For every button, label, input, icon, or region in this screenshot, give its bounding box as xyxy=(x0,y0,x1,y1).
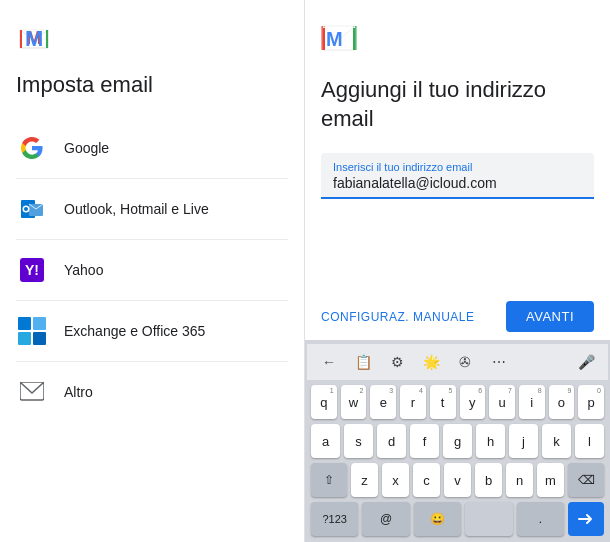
key-v[interactable]: v xyxy=(444,463,471,497)
altro-option[interactable]: Altro xyxy=(16,362,288,422)
altro-label: Altro xyxy=(64,384,93,400)
key-d[interactable]: d xyxy=(377,424,406,458)
kb-row-4: ?123 @ 😀 . xyxy=(311,502,604,536)
kb-row-1: q1 w2 e3 r4 t5 y6 u7 i8 o9 p0 xyxy=(311,385,604,419)
left-title: Imposta email xyxy=(16,72,288,98)
gmail-logo-left: M M xyxy=(16,20,52,56)
key-e[interactable]: e3 xyxy=(370,385,396,419)
key-u[interactable]: u7 xyxy=(489,385,515,419)
key-y[interactable]: y6 xyxy=(460,385,486,419)
mail-icon xyxy=(16,376,48,408)
key-k[interactable]: k xyxy=(542,424,571,458)
svg-text:M: M xyxy=(25,26,43,51)
back-key[interactable]: ← xyxy=(313,348,345,376)
manual-config-button[interactable]: CONFIGURAZ. MANUALE xyxy=(321,310,475,324)
right-title: Aggiungi il tuo indirizzo email xyxy=(321,76,594,133)
svg-marker-22 xyxy=(323,28,325,50)
spacebar[interactable] xyxy=(465,502,512,536)
key-q[interactable]: q1 xyxy=(311,385,337,419)
key-m[interactable]: m xyxy=(537,463,564,497)
svg-rect-15 xyxy=(33,332,46,345)
svg-marker-23 xyxy=(353,28,355,50)
keyboard-toolbar: ← 📋 ⚙ 🌟 ✇ ⋯ 🎤 xyxy=(307,344,608,380)
key-period[interactable]: . xyxy=(517,502,564,536)
key-b[interactable]: b xyxy=(475,463,502,497)
settings-key[interactable]: ⚙ xyxy=(381,348,413,376)
mic-key[interactable]: 🎤 xyxy=(570,348,602,376)
key-a[interactable]: a xyxy=(311,424,340,458)
email-input-value: fabianalatella@icloud.com xyxy=(333,175,582,191)
yahoo-option[interactable]: Y! Yahoo xyxy=(16,240,288,301)
kb-row-2: a s d f g h j k l xyxy=(311,424,604,458)
yahoo-label: Yahoo xyxy=(64,262,103,278)
google-option[interactable]: Google xyxy=(16,118,288,179)
avanti-button[interactable]: AVANTI xyxy=(506,301,594,332)
clipboard-key[interactable]: 📋 xyxy=(347,348,379,376)
exchange-option[interactable]: Exchange e Office 365 xyxy=(16,301,288,362)
key-n[interactable]: n xyxy=(506,463,533,497)
key-f[interactable]: f xyxy=(410,424,439,458)
key-l[interactable]: l xyxy=(575,424,604,458)
svg-text:Y!: Y! xyxy=(25,262,39,278)
key-p[interactable]: p0 xyxy=(578,385,604,419)
bottom-buttons: CONFIGURAZ. MANUALE AVANTI xyxy=(305,293,610,340)
key-h[interactable]: h xyxy=(476,424,505,458)
outlook-option[interactable]: Outlook, Hotmail e Live xyxy=(16,179,288,240)
yahoo-icon: Y! xyxy=(16,254,48,286)
google-label: Google xyxy=(64,140,109,156)
key-g[interactable]: g xyxy=(443,424,472,458)
key-i[interactable]: i8 xyxy=(519,385,545,419)
key-numbers[interactable]: ?123 xyxy=(311,502,358,536)
key-emoji[interactable]: 😀 xyxy=(414,502,461,536)
svg-rect-13 xyxy=(33,317,46,330)
outlook-label: Outlook, Hotmail e Live xyxy=(64,201,209,217)
key-c[interactable]: c xyxy=(413,463,440,497)
kb-row-3: ⇧ z x c v b n m ⌫ xyxy=(311,463,604,497)
left-panel: M M Imposta email Google xyxy=(0,0,305,542)
right-panel: M Aggiungi il tuo indirizzo email Inseri… xyxy=(305,0,610,542)
svg-rect-5 xyxy=(46,30,48,48)
key-r[interactable]: r4 xyxy=(400,385,426,419)
key-o[interactable]: o9 xyxy=(549,385,575,419)
key-t[interactable]: t5 xyxy=(430,385,456,419)
email-input-group[interactable]: Inserisci il tuo indirizzo email fabiana… xyxy=(321,153,594,199)
outlook-icon xyxy=(16,193,48,225)
right-top: M Aggiungi il tuo indirizzo email Inseri… xyxy=(305,0,610,293)
gmail-logo-right: M xyxy=(321,20,357,56)
svg-rect-12 xyxy=(18,317,31,330)
theme-key[interactable]: 🌟 xyxy=(415,348,447,376)
keyboard-rows: q1 w2 e3 r4 t5 y6 u7 i8 o9 p0 a s d f g … xyxy=(307,383,608,538)
more-key[interactable]: ⋯ xyxy=(483,348,515,376)
svg-rect-4 xyxy=(20,30,22,48)
key-j[interactable]: j xyxy=(509,424,538,458)
key-z[interactable]: z xyxy=(351,463,378,497)
key-enter[interactable] xyxy=(568,502,604,536)
svg-text:M: M xyxy=(326,28,343,50)
exchange-icon xyxy=(16,315,48,347)
exchange-label: Exchange e Office 365 xyxy=(64,323,205,339)
email-input-label: Inserisci il tuo indirizzo email xyxy=(333,161,582,173)
image-key[interactable]: ✇ xyxy=(449,348,481,376)
key-w[interactable]: w2 xyxy=(341,385,367,419)
key-backspace[interactable]: ⌫ xyxy=(568,463,604,497)
svg-point-9 xyxy=(24,207,28,211)
key-at[interactable]: @ xyxy=(362,502,409,536)
svg-rect-14 xyxy=(18,332,31,345)
google-icon xyxy=(16,132,48,164)
key-s[interactable]: s xyxy=(344,424,373,458)
key-shift[interactable]: ⇧ xyxy=(311,463,347,497)
keyboard: ← 📋 ⚙ 🌟 ✇ ⋯ 🎤 q1 w2 e3 r4 t5 y6 u7 i8 o9… xyxy=(305,340,610,542)
key-x[interactable]: x xyxy=(382,463,409,497)
